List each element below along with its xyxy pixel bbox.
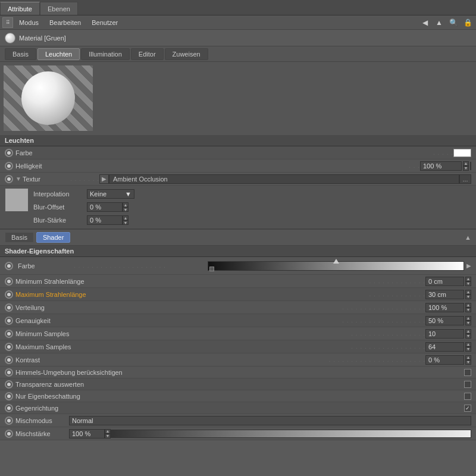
- checkbox-radio-1[interactable]: [5, 380, 13, 389]
- shader-prop-label-1: Maximum Strahlenlänge: [15, 291, 369, 298]
- menu-bearbeiten[interactable]: Bearbeiten: [45, 18, 86, 27]
- shader-prop-value-4: ▲ ▼: [425, 329, 471, 339]
- collapse-arrow[interactable]: ▲: [465, 234, 471, 241]
- shader-prop-down-6[interactable]: ▼: [465, 360, 471, 365]
- checkbox-3[interactable]: [464, 405, 471, 412]
- textur-add-btn[interactable]: ▶: [99, 174, 109, 184]
- menu-dots-icon[interactable]: ⠿: [2, 17, 13, 28]
- material-name: Material [Gruen]: [19, 35, 66, 42]
- checkbox-0[interactable]: [464, 369, 471, 376]
- blur-offset-up[interactable]: ▲: [123, 202, 129, 207]
- mischstaerke-input[interactable]: [69, 429, 105, 439]
- shader-prop-label-6: Kontrast: [15, 356, 329, 364]
- blur-staerke-up[interactable]: ▲: [123, 215, 129, 220]
- gradient-left-handle[interactable]: [209, 267, 214, 271]
- tab-ebenen[interactable]: Ebenen: [40, 2, 78, 15]
- shader-prop-down-4[interactable]: ▼: [465, 334, 471, 339]
- shader-prop-input-1[interactable]: [425, 290, 464, 299]
- checkbox-radio-3[interactable]: [5, 404, 13, 412]
- shader-prop-label-4: Minimum Samples: [15, 330, 351, 337]
- shader-prop-row: Minimum Strahlenlänge . . . . . . . . . …: [0, 275, 476, 288]
- shader-prop-input-0[interactable]: [425, 277, 464, 286]
- shader-prop-up-0[interactable]: ▲: [465, 277, 471, 281]
- shader-prop-down-5[interactable]: ▼: [465, 347, 471, 352]
- helligkeit-down[interactable]: ▼: [463, 166, 469, 171]
- helligkeit-spinner: ▲ ▼: [463, 161, 469, 171]
- textur-radio[interactable]: [5, 175, 13, 183]
- helligkeit-input[interactable]: [420, 161, 462, 171]
- shader-prop-up-1[interactable]: ▲: [465, 290, 471, 295]
- shader-farbe-radio[interactable]: [5, 262, 13, 270]
- menu-modus[interactable]: Modus: [14, 18, 43, 27]
- leuchten-section-header: Leuchten: [0, 134, 476, 146]
- shader-prop-up-4[interactable]: ▲: [465, 329, 471, 334]
- shader-prop-radio-3[interactable]: [5, 317, 13, 325]
- textur-collapse-icon[interactable]: ▼: [15, 176, 21, 182]
- tab-basis[interactable]: Basis: [5, 48, 36, 60]
- shader-prop-up-6[interactable]: ▲: [465, 355, 471, 360]
- menu-benutzer[interactable]: Benutzer: [87, 18, 123, 27]
- shader-prop-radio-1[interactable]: [5, 290, 13, 299]
- arrow-left-icon[interactable]: ◀: [419, 17, 431, 28]
- blur-staerke-down[interactable]: ▼: [123, 220, 129, 225]
- shader-prop-input-3[interactable]: [425, 316, 464, 325]
- tab-leuchten[interactable]: Leuchten: [37, 48, 80, 60]
- shader-prop-down-2[interactable]: ▼: [465, 308, 471, 312]
- search-icon[interactable]: 🔍: [447, 17, 459, 28]
- shader-prop-up-5[interactable]: ▲: [465, 342, 471, 347]
- color-gradient-bar[interactable]: [208, 261, 464, 271]
- mischstaerke-radio[interactable]: [5, 430, 13, 438]
- tab-attribute[interactable]: Attribute: [0, 2, 40, 15]
- tab-shader[interactable]: Shader: [36, 232, 70, 243]
- farbe-radio[interactable]: [5, 149, 13, 157]
- shader-prop-radio-2[interactable]: [5, 303, 13, 312]
- helligkeit-up[interactable]: ▲: [463, 161, 469, 166]
- gradient-right-arrow[interactable]: ▶: [466, 262, 471, 269]
- shader-tab-bar: Basis Shader ▲: [0, 229, 476, 246]
- interpolation-dropdown[interactable]: Keine ▼: [87, 189, 134, 199]
- checkbox-radio-0[interactable]: [5, 368, 13, 377]
- shader-prop-radio-0[interactable]: [5, 277, 13, 286]
- shader-prop-spinner-6: ▲ ▼: [465, 355, 471, 365]
- shader-prop-value-2: ▲ ▼: [425, 303, 471, 312]
- tab-editor[interactable]: Editor: [131, 48, 164, 60]
- tab-basis-shader[interactable]: Basis: [5, 232, 34, 243]
- ambient-bar: Ambient Occlusion: [109, 174, 459, 184]
- tab-illumination[interactable]: Illumination: [81, 48, 130, 60]
- shader-prop-up-2[interactable]: ▲: [465, 303, 471, 308]
- checkbox-2[interactable]: [464, 393, 471, 400]
- arrow-up-icon[interactable]: ▲: [433, 17, 445, 28]
- shader-prop-input-5[interactable]: [425, 342, 464, 352]
- mischstaerke-up[interactable]: ▲: [105, 429, 111, 434]
- mischmodus-row: Mischmodus Normal: [0, 414, 476, 427]
- shader-prop-radio-4[interactable]: [5, 330, 13, 338]
- farbe-value: [453, 149, 471, 157]
- checkbox-1[interactable]: [464, 381, 471, 388]
- checkbox-prop-row-3: Gegenrichtung: [0, 402, 476, 414]
- shader-prop-radio-5[interactable]: [5, 343, 13, 351]
- textur-more-btn[interactable]: ...: [459, 174, 471, 184]
- shader-prop-down-0[interactable]: ▼: [465, 281, 471, 286]
- shader-prop-up-3[interactable]: ▲: [465, 316, 471, 321]
- shader-prop-radio-6[interactable]: [5, 356, 13, 364]
- blur-offset-down[interactable]: ▼: [123, 207, 129, 212]
- mischstaerke-label: Mischstärke: [15, 430, 69, 437]
- helligkeit-radio[interactable]: [5, 162, 13, 170]
- shader-prop-input-4[interactable]: [425, 329, 464, 339]
- tab-zuweisen[interactable]: Zuweisen: [165, 48, 208, 60]
- shader-prop-label-0: Minimum Strahlenlänge: [15, 278, 369, 285]
- material-sphere-icon: [5, 33, 15, 43]
- shader-prop-row: Maximum Samples . . . . . . . . . . . . …: [0, 340, 476, 353]
- blur-offset-input[interactable]: [87, 202, 123, 212]
- blur-staerke-input[interactable]: [87, 215, 123, 225]
- shader-prop-input-6[interactable]: [425, 355, 464, 365]
- lock-icon[interactable]: 🔒: [462, 17, 474, 28]
- shader-prop-input-2[interactable]: [425, 303, 464, 312]
- farbe-color-swatch[interactable]: [453, 149, 471, 157]
- shader-prop-down-1[interactable]: ▼: [465, 295, 471, 299]
- mischmodus-radio[interactable]: [5, 416, 13, 425]
- checkbox-radio-2[interactable]: [5, 392, 13, 400]
- mischstaerke-down[interactable]: ▼: [105, 434, 111, 439]
- shader-prop-down-3[interactable]: ▼: [465, 321, 471, 325]
- texture-sub-props: Interpolation Keine ▼ Blur-Offset ▲ ▼ Bl…: [33, 188, 471, 226]
